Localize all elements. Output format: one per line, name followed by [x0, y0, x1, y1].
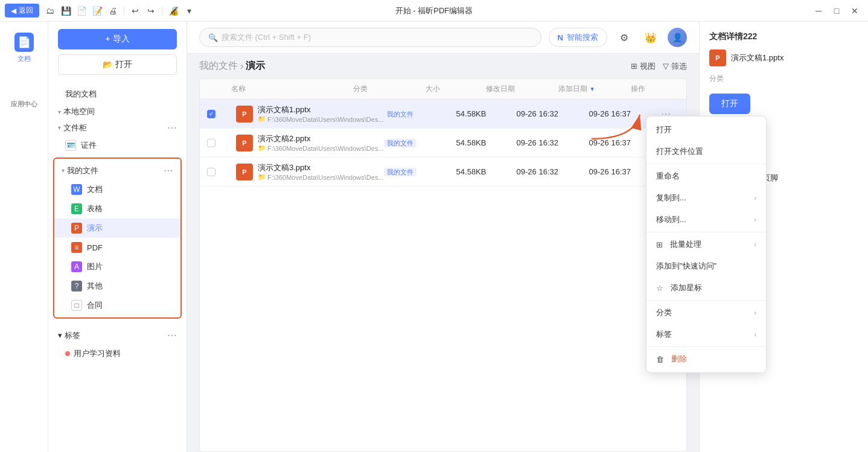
sidebar: 📄 文档 ⊞ 应用中心 — [0, 22, 48, 452]
my-files-more[interactable]: ⋯ — [164, 165, 173, 176]
search-placeholder: 搜索文件 (Ctrl + Shift + F) — [222, 32, 311, 43]
ctx-add-quick-label: 添加到"快速访问" — [656, 261, 716, 272]
redo-icon[interactable]: ↪ — [145, 5, 157, 17]
ctx-batch[interactable]: ⊞ 批量处理 › — [646, 234, 766, 255]
settings-icon[interactable]: ⚙ — [614, 28, 634, 47]
import-button[interactable]: + 导入 — [58, 29, 177, 49]
ctx-delete[interactable]: 🗑 删除 — [646, 348, 766, 370]
folder-icon[interactable]: 🗂 — [44, 5, 56, 17]
col-category: 分类 — [353, 84, 426, 94]
breadcrumb-parent[interactable]: 我的文件 — [199, 60, 238, 72]
tag-label: 标签 — [65, 330, 80, 341]
files-pdf-item[interactable]: ≡ PDF — [54, 238, 180, 257]
ctx-copy-to[interactable]: 复制到... › — [646, 187, 766, 209]
files-contract-icon: □ — [71, 300, 82, 311]
sort-indicator: ▼ — [589, 86, 595, 92]
save-icon[interactable]: 💾 — [60, 5, 72, 17]
content-header: 🔍 搜索文件 (Ctrl + Shift + F) N 智能搜索 ⚙ 👑 👤 — [187, 22, 699, 54]
dropdown-icon[interactable]: ▾ — [183, 5, 195, 17]
ctx-tag[interactable]: 标签 › — [646, 323, 766, 345]
files-ppt-icon: P — [71, 223, 82, 234]
crown-icon[interactable]: 👑 — [641, 28, 660, 47]
row2-name-cell: P 演示文稿2.pptx 📁 F:\360MoveData\Users\Wind… — [231, 133, 384, 152]
ctx-star[interactable]: ☆ 添加星标 — [646, 277, 766, 299]
ctx-open[interactable]: 打开 — [646, 119, 766, 141]
breadcrumb-sep: › — [240, 61, 243, 72]
checkbox-empty — [207, 139, 215, 147]
context-menu: 打开 打开文件位置 重命名 复制到... › 移动到... › ⊞ 批量处理 ›… — [646, 116, 767, 373]
my-files-header[interactable]: ▾ 我的文件 ⋯ — [54, 161, 180, 180]
view-button[interactable]: ⊞ 视图 — [631, 61, 656, 72]
sidebar-label-app: 应用中心 — [11, 100, 37, 109]
col-name: 名称 — [231, 84, 353, 94]
file-table: 名称 分类 大小 修改日期 添加日期 ▼ 操作 ✓ P — [199, 78, 687, 452]
close-button[interactable]: ✕ — [846, 4, 863, 18]
table-row[interactable]: P 演示文稿3.pptx 📁 F:\360MoveData\Users\Wind… — [200, 158, 686, 186]
row2-check[interactable] — [207, 139, 231, 147]
minimize-button[interactable]: ─ — [810, 4, 827, 18]
row1-check[interactable]: ✓ — [207, 110, 231, 118]
undo-icon[interactable]: ↩ — [129, 5, 141, 17]
filter-button[interactable]: ▽ 筛选 — [663, 61, 687, 72]
avatar[interactable]: 👤 — [668, 28, 687, 47]
ctx-move-to-arrow: › — [754, 216, 756, 223]
ctx-copy-to-arrow: › — [754, 194, 756, 202]
ctx-move-to[interactable]: 移动到... › — [646, 209, 766, 231]
ppt-icon2: P — [236, 135, 253, 151]
print-icon[interactable]: 🖨 — [107, 5, 119, 17]
maximize-button[interactable]: □ — [828, 4, 845, 18]
files-img-label: 图片 — [87, 261, 103, 272]
local-space-section[interactable]: ▾ 本地空间 — [48, 104, 187, 119]
ctx-open-label: 打开 — [656, 124, 672, 135]
ppt-icon: P — [236, 106, 253, 123]
tag-dot — [65, 351, 70, 356]
row1-filename: 演示文稿1.pptx — [258, 104, 384, 115]
ctx-tag-label: 标签 — [656, 329, 672, 340]
files-contract-item[interactable]: □ 合同 — [54, 296, 180, 315]
sidebar-label-doc: 文档 — [18, 54, 31, 63]
row3-check[interactable] — [207, 168, 231, 176]
open-button[interactable]: 📂 打开 — [58, 54, 177, 75]
my-files-label: 我的文件 — [67, 165, 98, 176]
view-icon: ⊞ — [631, 62, 637, 71]
ctx-delete-icon: 🗑 — [656, 355, 664, 364]
back-button[interactable]: ◀ 返回 — [5, 4, 39, 18]
ctx-add-quick[interactable]: 添加到"快速访问" — [646, 255, 766, 277]
ctx-divider3 — [646, 300, 766, 301]
breadcrumb: 我的文件 › 演示 — [199, 60, 265, 72]
search-box[interactable]: 🔍 搜索文件 (Ctrl + Shift + F) — [199, 28, 541, 47]
certificate-item[interactable]: 🪪 证件 — [48, 136, 187, 155]
ctx-rename[interactable]: 重命名 — [646, 165, 766, 187]
table-row[interactable]: P 演示文稿2.pptx 📁 F:\360MoveData\Users\Wind… — [200, 129, 686, 158]
left-panel: + 导入 📂 打开 我的文档 ▾ 本地空间 ▾ 文件柜 ⋯ 🪪 证件 ▾ 我 — [48, 22, 187, 452]
tag-section-header[interactable]: ▾ 标签 ⋯ — [48, 326, 187, 345]
row2-size: 54.58KB — [456, 138, 517, 147]
save-as-icon[interactable]: 📄 — [75, 5, 88, 17]
ctx-copy-to-label: 复制到... — [656, 193, 686, 203]
filter-label: 筛选 — [671, 61, 687, 72]
ai-search-button[interactable]: N 智能搜索 — [549, 28, 607, 47]
my-docs-item[interactable]: 我的文档 — [48, 84, 187, 104]
files-sheet-item[interactable]: E 表格 — [54, 199, 180, 218]
right-open-button[interactable]: 打开 — [709, 94, 750, 114]
row1-name-cell: P 演示文稿1.pptx 📁 F:\360MoveData\Users\Wind… — [231, 104, 384, 123]
content-area: 🔍 搜索文件 (Ctrl + Shift + F) N 智能搜索 ⚙ 👑 👤 我… — [187, 22, 699, 452]
files-doc-item[interactable]: W 文档 — [54, 180, 180, 199]
tag-user-study[interactable]: 用户学习资料 — [48, 345, 187, 363]
files-sheet-label: 表格 — [87, 203, 103, 214]
ctx-open-location[interactable]: 打开文件位置 — [646, 141, 766, 162]
file-cabinet-section[interactable]: ▾ 文件柜 ⋯ — [48, 119, 187, 136]
table-row[interactable]: ✓ P 演示文稿1.pptx 📁 F:\360MoveData\Users\Wi… — [200, 100, 686, 129]
files-img-item[interactable]: A 图片 — [54, 257, 180, 276]
sidebar-item-doc[interactable]: 📄 文档 — [0, 28, 48, 68]
sidebar-item-app[interactable]: ⊞ 应用中心 — [0, 73, 48, 113]
stamp-icon[interactable]: 🔏 — [167, 5, 179, 17]
ppt-icon3: P — [236, 164, 253, 180]
ctx-classify[interactable]: 分类 › — [646, 302, 766, 323]
files-doc-label: 文档 — [87, 184, 103, 195]
new-doc-icon[interactable]: 📝 — [91, 5, 103, 17]
files-other-item[interactable]: ? 其他 — [54, 276, 180, 296]
tag-more[interactable]: ⋯ — [167, 329, 177, 341]
tag-section: ▾ 标签 ⋯ 用户学习资料 — [48, 326, 187, 363]
files-ppt-item[interactable]: P 演示 — [54, 218, 180, 238]
